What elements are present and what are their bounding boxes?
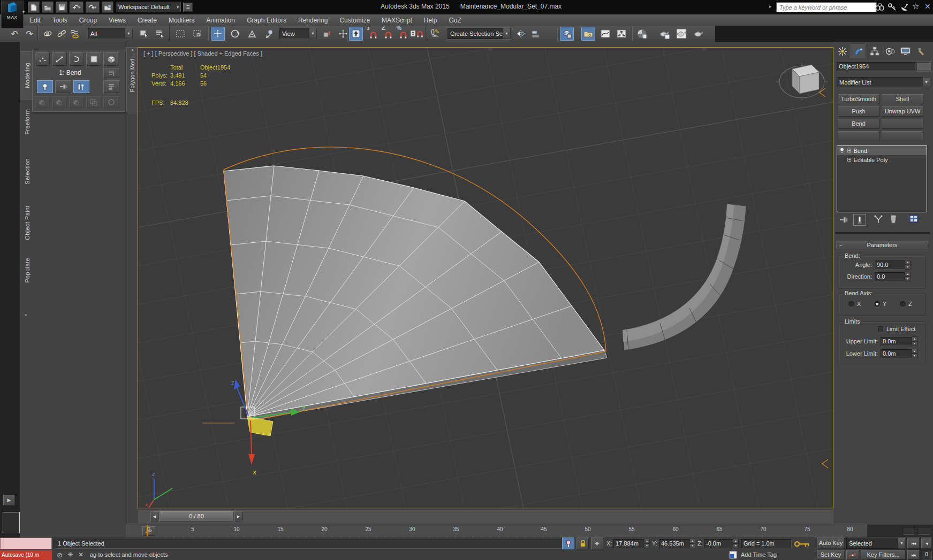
modifier-button-empty-1[interactable] (882, 119, 923, 129)
disabled-tool-button-4[interactable] (86, 96, 101, 108)
new-key-mode-button[interactable] (846, 550, 859, 559)
absolute-offset-toggle[interactable]: ⌖ (591, 538, 603, 549)
menu-help[interactable]: Help (418, 17, 443, 24)
new-file-button[interactable] (28, 2, 40, 13)
menu-views[interactable]: Views (103, 17, 132, 24)
redo-button[interactable]: ↷▾ (86, 2, 100, 13)
use-pivot-point-button[interactable] (320, 27, 334, 41)
viewcube[interactable] (776, 63, 828, 101)
time-slider-prev-button[interactable]: ◀ (150, 511, 158, 521)
menu-graph-editors[interactable]: Graph Editors (241, 17, 292, 24)
stack-item-editable-poly[interactable]: ⊞ Editable Poly (837, 155, 927, 164)
exchange-apps-button[interactable]: ✕ (924, 2, 931, 11)
selected-set-dropdown[interactable]: Selected ▾ (846, 538, 906, 549)
close-icon[interactable]: ✕ (78, 551, 84, 558)
select-and-place-button[interactable] (262, 27, 276, 41)
search-button[interactable] (875, 2, 884, 12)
prohibit-icon[interactable]: ⊘ (57, 551, 63, 559)
spin-down-icon[interactable]: ▾ (644, 543, 650, 548)
isolate-selection-toggle[interactable] (562, 538, 574, 549)
menu-rendering[interactable]: Rendering (292, 17, 333, 24)
viewport-right-marker-bottom-icon[interactable] (822, 459, 828, 468)
polygon-mod-collapsed-panel[interactable]: ▼ Polygon Mod... (126, 47, 139, 112)
rectangular-selection-region-button[interactable] (173, 27, 187, 41)
app-menu-button[interactable]: MAX (1, 1, 24, 28)
unlink-selection-button[interactable] (55, 27, 69, 41)
show-end-result-toggle[interactable] (37, 80, 53, 93)
direction-field[interactable]: 0.0 (875, 272, 906, 281)
spin-up-icon[interactable]: ▴ (905, 260, 911, 265)
modifier-button-turbosmooth[interactable]: TurboSmooth (838, 94, 879, 104)
add-time-tag-label[interactable]: Add Time Tag (741, 551, 777, 558)
subobject-edge-button[interactable] (52, 52, 67, 66)
x-coord-field[interactable]: 17.884m (613, 539, 647, 548)
ribbon-tab-object-paint[interactable]: Object Paint (21, 203, 33, 242)
set-key-button[interactable]: Set Key (817, 550, 845, 559)
radio-z-icon[interactable] (900, 301, 906, 307)
macro-recorder-listener[interactable] (0, 538, 52, 549)
key-step-button[interactable]: |◀▶| (907, 550, 920, 559)
tab-modify[interactable] (851, 44, 866, 58)
spin-down-icon[interactable]: ▾ (905, 265, 911, 270)
spin-up-icon[interactable]: ▴ (733, 539, 739, 543)
schematic-view-button[interactable] (615, 27, 628, 41)
subobject-element-button[interactable] (103, 52, 118, 66)
limit-effect-row[interactable]: Limit Effect (878, 326, 915, 332)
disabled-tool-button-2[interactable] (52, 96, 67, 108)
curve-editor-button[interactable] (598, 27, 612, 41)
angle-field[interactable]: 90.0 (875, 260, 906, 270)
menu-customize[interactable]: Customize (333, 17, 376, 24)
x-coord-spinner[interactable]: ▴▾ (644, 539, 650, 548)
infocenter-expand-icon[interactable]: ▸ (769, 4, 772, 9)
y-coord-spinner[interactable]: ▴▾ (689, 539, 695, 548)
viewport-canvas[interactable]: x y z z x (138, 48, 833, 509)
align-button[interactable] (529, 27, 543, 41)
axis-radio-z[interactable]: Z (900, 301, 912, 307)
lower-limit-field[interactable]: 0.0m (881, 349, 913, 358)
ribbon-show-panel-button[interactable]: ▶ (3, 495, 15, 505)
previous-frame-button[interactable]: ◀| (921, 538, 932, 548)
select-and-scale-button[interactable] (245, 27, 259, 41)
remove-modifier-button[interactable] (890, 214, 897, 224)
parameters-rollout-header[interactable]: − Parameters (836, 241, 928, 249)
angle-spinner[interactable]: ▴▾ (905, 260, 911, 270)
menu-tools[interactable]: Tools (47, 17, 73, 24)
object-name-field[interactable]: Object1954 (837, 62, 916, 71)
redo-scene-button[interactable]: ↷ (22, 27, 36, 41)
material-editor-button[interactable] (635, 27, 649, 41)
disabled-tool-button-5[interactable] (103, 96, 119, 108)
viewport-right-marker-top-icon[interactable] (820, 88, 825, 97)
trackbar-end-box-1[interactable] (902, 527, 915, 535)
ribbon-tab-selection[interactable]: Selection (21, 155, 33, 187)
tab-utilities[interactable] (914, 45, 928, 58)
subobject-vertex-button[interactable] (35, 52, 50, 66)
z-coord-spinner[interactable]: ▴▾ (733, 539, 739, 548)
undo-button[interactable]: ↶▾ (70, 2, 84, 13)
modifier-button-push[interactable]: Push (838, 106, 879, 117)
menu-goz[interactable]: GoZ (443, 17, 467, 24)
spin-down-icon[interactable]: ▾ (912, 341, 917, 346)
undo-scene-button[interactable]: ↶ (7, 27, 21, 41)
mirror-button[interactable] (514, 27, 528, 41)
menu-create[interactable]: Create (132, 17, 163, 24)
radio-y-icon[interactable] (874, 301, 880, 307)
render-setup-button[interactable] (657, 27, 671, 41)
axis-radio-y[interactable]: Y (874, 301, 886, 307)
viewport[interactable]: x y z z x (138, 47, 833, 509)
communication-center-button[interactable] (900, 2, 909, 12)
go-to-start-button[interactable]: |◀◀ (907, 538, 920, 548)
menu-edit[interactable]: Edit (24, 17, 47, 24)
axis-radio-x[interactable]: X (848, 301, 861, 307)
select-and-rotate-button[interactable] (228, 27, 242, 41)
workspace-dropdown[interactable]: Workspace: Default ▾ (116, 2, 181, 12)
reference-coordinate-dropdown[interactable]: View ▾ (279, 28, 317, 39)
expand-icon[interactable]: ⊞ (847, 148, 851, 154)
ribbon-tab-populate[interactable]: Populate (21, 254, 33, 287)
time-slider-handle[interactable]: 0 / 80 (160, 511, 233, 521)
toggle-scene-explorer-button[interactable] (560, 27, 574, 41)
select-by-name-button[interactable] (153, 27, 167, 41)
ribbon-tab-freeform[interactable]: Freeform (21, 106, 33, 138)
stack-item-bend[interactable]: ⊞ Bend (837, 146, 927, 155)
key-filters-button[interactable]: Key Filters... (861, 550, 906, 559)
radio-x-icon[interactable] (848, 301, 854, 307)
